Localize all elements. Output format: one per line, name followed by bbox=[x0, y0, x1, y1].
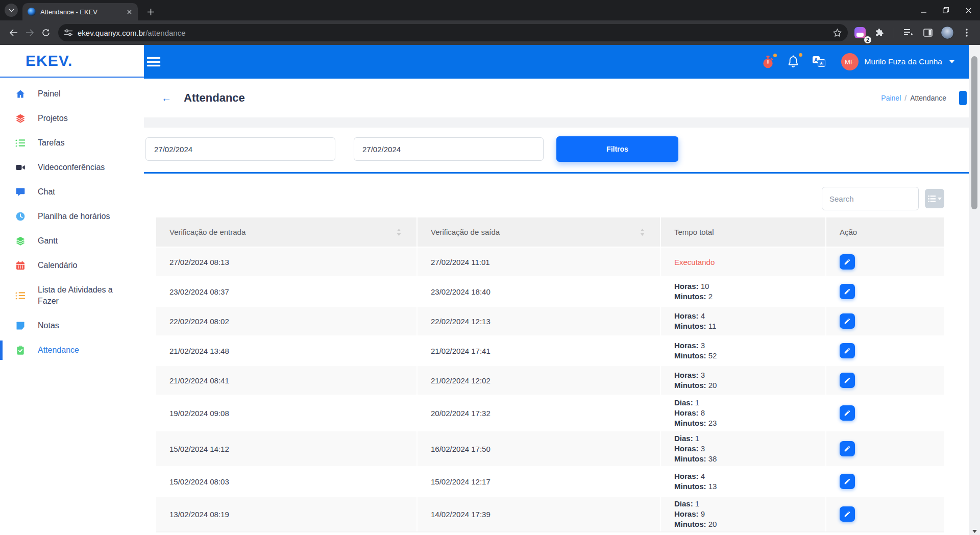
cell-verificacao-entrada: 15/02/2024 08:03 bbox=[156, 467, 417, 496]
cell-acao bbox=[826, 306, 944, 336]
edit-button[interactable] bbox=[840, 405, 855, 421]
tempo-line: Horas: 3 bbox=[674, 341, 820, 351]
cell-verificacao-saida: 20/02/2024 17:32 bbox=[417, 395, 660, 431]
back-button[interactable] bbox=[5, 25, 21, 41]
notifications-bell-icon[interactable] bbox=[787, 55, 799, 68]
date-end-input[interactable] bbox=[354, 137, 544, 161]
pencil-icon bbox=[844, 510, 851, 518]
extension-badge: 2 bbox=[864, 36, 871, 43]
sidebar-item-calend-rio[interactable]: Calendário bbox=[0, 253, 144, 278]
browser-toolbar: ekev.quanyx.com.br/attendance 2 bbox=[0, 20, 980, 45]
edit-button[interactable] bbox=[840, 343, 855, 358]
chevron-down-icon bbox=[9, 9, 14, 12]
cell-verificacao-saida: 23/02/2024 18:40 bbox=[417, 277, 660, 306]
minimize-button[interactable] bbox=[916, 4, 931, 16]
browser-profile-avatar[interactable] bbox=[939, 25, 955, 41]
sort-icon[interactable] bbox=[397, 229, 401, 236]
cell-acao bbox=[826, 336, 944, 366]
cell-acao bbox=[826, 467, 944, 496]
user-name: Murilo Fuza da Cunha bbox=[865, 57, 943, 66]
close-window-button[interactable] bbox=[961, 4, 976, 16]
sidebar-item-planilha-de-hor-rios[interactable]: Planilha de horários bbox=[0, 204, 144, 229]
sidebar-item-gantt[interactable]: Gantt bbox=[0, 229, 144, 253]
sidebar-item-videoconfer-ncias[interactable]: Videoconferências bbox=[0, 155, 144, 180]
pencil-icon bbox=[844, 258, 851, 265]
hamburger-menu-icon[interactable] bbox=[147, 57, 160, 67]
tempo-line: Horas: 4 bbox=[674, 471, 820, 481]
cell-tempo-total: Horas: 4Minutos: 13 bbox=[660, 467, 826, 496]
cell-verificacao-entrada: 19/02/2024 09:08 bbox=[156, 395, 417, 431]
page-content: ← Attendance Painel / Attendance Filtros bbox=[144, 79, 980, 535]
ekev-logo: EKEV. bbox=[26, 52, 72, 69]
page-scrollbar-thumb[interactable] bbox=[971, 56, 977, 209]
cell-verificacao-entrada: 21/02/2024 08:41 bbox=[156, 366, 417, 395]
sidebar-item-chat[interactable]: Chat bbox=[0, 180, 144, 204]
edit-button[interactable] bbox=[840, 506, 855, 522]
side-panel-icon[interactable] bbox=[920, 25, 936, 41]
column-header-entrada[interactable]: Verificação de entrada bbox=[156, 217, 417, 247]
cell-verificacao-entrada: 23/02/2024 08:37 bbox=[156, 277, 417, 306]
task-list-icon bbox=[15, 138, 27, 148]
breadcrumb-painel-link[interactable]: Painel bbox=[881, 94, 901, 102]
app-header: A ★ MF Murilo Fuza da Cunha bbox=[144, 45, 980, 79]
date-start-input[interactable] bbox=[145, 137, 335, 161]
new-tab-button[interactable] bbox=[144, 5, 157, 18]
edit-button[interactable] bbox=[840, 474, 855, 489]
translate-icon[interactable]: A ★ bbox=[813, 56, 828, 67]
edit-button[interactable] bbox=[840, 313, 855, 329]
column-header-acao: Ação bbox=[826, 217, 944, 247]
tempo-line: Dias: 1 bbox=[674, 398, 820, 408]
cell-acao bbox=[826, 431, 944, 467]
tempo-line: Horas: 3 bbox=[674, 370, 820, 380]
tempo-line: Horas: 8 bbox=[674, 408, 820, 418]
scrollbar-down-arrow[interactable] bbox=[969, 530, 980, 533]
chevron-down-icon bbox=[949, 60, 954, 63]
back-arrow-icon[interactable]: ← bbox=[161, 92, 184, 104]
sidebar-item-lista-de-atividades-a-fazer[interactable]: Lista de Atividades a Fazer bbox=[0, 278, 144, 313]
search-input[interactable] bbox=[822, 187, 919, 210]
edit-button[interactable] bbox=[840, 441, 855, 456]
home-icon bbox=[15, 89, 27, 99]
filtros-button[interactable]: Filtros bbox=[556, 136, 678, 162]
bookmark-star-icon[interactable] bbox=[833, 29, 842, 37]
tempo-line: Horas: 10 bbox=[674, 281, 820, 291]
sidebar-item-painel[interactable]: Painel bbox=[0, 82, 144, 106]
logo-container: EKEV. bbox=[0, 45, 144, 78]
tempo-line: Minutos: 52 bbox=[674, 351, 820, 361]
cell-verificacao-entrada: 27/02/2024 08:13 bbox=[156, 247, 417, 277]
column-header-tempo-total: Tempo total bbox=[660, 217, 826, 247]
sidebar-item-tarefas[interactable]: Tarefas bbox=[0, 131, 144, 155]
timer-icon[interactable] bbox=[762, 56, 774, 68]
user-menu[interactable]: MF Murilo Fuza da Cunha bbox=[841, 53, 955, 70]
extension-shortcut-icon[interactable]: 2 bbox=[852, 25, 868, 41]
restore-button[interactable] bbox=[938, 4, 953, 16]
edit-button[interactable] bbox=[840, 284, 855, 299]
forward-button[interactable] bbox=[21, 25, 38, 41]
content-scrollbar-thumb[interactable] bbox=[959, 91, 967, 105]
sidebar-item-attendance[interactable]: Attendance bbox=[0, 338, 144, 362]
edit-button[interactable] bbox=[840, 254, 855, 270]
cell-tempo-total: Executando bbox=[660, 247, 826, 277]
tab-search-button[interactable] bbox=[5, 4, 18, 17]
tab-close-icon[interactable] bbox=[125, 7, 134, 16]
column-view-button[interactable] bbox=[925, 189, 944, 208]
browser-menu-icon[interactable] bbox=[959, 25, 975, 41]
cell-verificacao-entrada: 22/02/2024 08:02 bbox=[156, 306, 417, 336]
chevron-down-icon bbox=[938, 198, 942, 200]
tempo-line: Minutos: 23 bbox=[674, 418, 820, 428]
breadcrumb: Painel / Attendance bbox=[881, 94, 946, 102]
edit-button[interactable] bbox=[840, 373, 855, 388]
column-header-saida[interactable]: Verificação de saída bbox=[417, 217, 660, 247]
page-scrollbar[interactable] bbox=[969, 45, 980, 535]
sort-icon[interactable] bbox=[640, 229, 645, 236]
cell-acao bbox=[826, 277, 944, 306]
browser-tab[interactable]: Attendance - EKEV bbox=[22, 3, 138, 20]
url-text: ekev.quanyx.com.br/attendance bbox=[78, 29, 833, 37]
site-settings-icon[interactable] bbox=[64, 29, 72, 36]
address-bar[interactable]: ekev.quanyx.com.br/attendance bbox=[58, 24, 848, 41]
reload-button[interactable] bbox=[38, 25, 54, 41]
sidebar-item-projetos[interactable]: Projetos bbox=[0, 106, 144, 131]
sidebar-item-notas[interactable]: Notas bbox=[0, 313, 144, 338]
extensions-puzzle-icon[interactable] bbox=[871, 25, 888, 41]
reading-list-icon[interactable] bbox=[900, 25, 917, 41]
